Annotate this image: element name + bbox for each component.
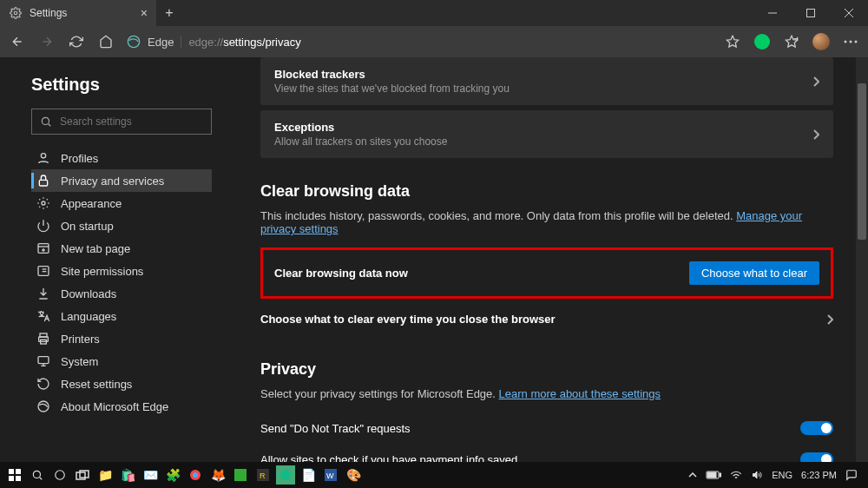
svg-text:R: R (260, 472, 266, 480)
permissions-icon (36, 264, 50, 278)
download-icon (36, 287, 50, 300)
scroll-thumb[interactable] (858, 83, 866, 240)
sidebar-item-downloads[interactable]: Downloads (31, 282, 212, 305)
minimize-button[interactable] (753, 0, 792, 26)
taskbar-edge-icon[interactable] (276, 465, 295, 485)
power-icon (36, 219, 50, 233)
settings-sidebar: Settings Profiles Privacy and services A… (0, 57, 243, 462)
wifi-icon[interactable] (730, 470, 742, 480)
svg-rect-16 (39, 180, 47, 186)
window-titlebar: Settings × + (0, 0, 868, 26)
taskbar-app-5[interactable] (186, 465, 205, 485)
svg-point-38 (33, 471, 40, 478)
favorites-list-button[interactable] (779, 30, 804, 54)
system-tray: ENG 6:23 PM (688, 469, 863, 481)
tab-title: Settings (30, 7, 67, 19)
privacy-desc: Select your privacy settings for Microso… (260, 387, 833, 400)
tray-language[interactable]: ENG (772, 470, 792, 480)
taskbar-app-1[interactable]: 📁 (95, 465, 115, 485)
sidebar-item-permissions[interactable]: Site permissions (31, 260, 212, 282)
chevron-right-icon (826, 314, 833, 325)
taskbar-app-9[interactable]: 📄 (299, 465, 318, 485)
sidebar-item-appearance[interactable]: Appearance (31, 192, 212, 214)
back-button[interactable] (5, 30, 30, 54)
svg-line-14 (49, 124, 51, 127)
settings-main: Blocked trackers View the sites that we'… (243, 57, 868, 462)
profile-button[interactable] (809, 30, 833, 54)
address-bar[interactable]: Edge edge://settings/privacy (123, 30, 715, 54)
blocked-trackers-row[interactable]: Blocked trackers View the sites that we'… (260, 57, 833, 105)
taskbar-app-3[interactable]: ✉️ (141, 465, 160, 485)
notifications-icon[interactable] (845, 469, 858, 481)
newtab-icon (36, 241, 50, 255)
home-button[interactable] (94, 30, 118, 54)
clear-data-heading: Clear browsing data (260, 182, 833, 201)
search-input[interactable] (60, 115, 204, 128)
choose-what-to-clear-button[interactable]: Choose what to clear (689, 261, 819, 285)
payment-toggle[interactable] (800, 452, 833, 462)
close-window-button[interactable] (830, 0, 868, 26)
exceptions-row[interactable]: Exceptions Allow all trackers on sites y… (260, 110, 833, 158)
browser-tab[interactable]: Settings × (0, 0, 156, 26)
svg-rect-45 (234, 469, 247, 481)
choose-on-close-row[interactable]: Choose what to clear every time you clos… (260, 302, 833, 336)
taskbar-app-6[interactable]: 🦊 (208, 465, 227, 485)
tray-chevron-icon[interactable] (688, 472, 697, 478)
taskbar-app-2[interactable]: 🛍️ (118, 465, 137, 485)
taskbar-app-4[interactable]: 🧩 (163, 465, 182, 485)
svg-point-17 (42, 201, 45, 205)
start-button[interactable] (5, 465, 24, 485)
close-tab-icon[interactable]: × (141, 6, 148, 20)
search-taskbar-icon[interactable] (28, 465, 47, 485)
clear-now-row: Clear browsing data now Choose what to c… (264, 251, 830, 295)
taskview-icon[interactable] (73, 465, 92, 485)
sidebar-item-reset[interactable]: Reset settings (31, 373, 212, 395)
cortana-icon[interactable] (50, 465, 69, 485)
highlighted-region: Clear browsing data now Choose what to c… (260, 247, 833, 299)
taskbar-app-8[interactable]: R (253, 465, 273, 485)
edge-icon (127, 35, 141, 49)
svg-rect-42 (80, 471, 89, 478)
maximize-button[interactable] (792, 0, 830, 26)
svg-rect-53 (707, 472, 716, 478)
forward-button[interactable] (35, 30, 59, 54)
windows-taskbar: 📁 🛍️ ✉️ 🧩 🦊 R 📄 W 🎨 ENG 6:23 PM (0, 462, 868, 488)
search-settings-box[interactable] (31, 109, 212, 135)
sidebar-item-about[interactable]: About Microsoft Edge (31, 395, 212, 418)
more-menu-button[interactable] (838, 30, 863, 54)
favorite-button[interactable] (720, 30, 745, 54)
sidebar-item-newtab[interactable]: New tab page (31, 237, 212, 260)
sidebar-item-printers[interactable]: Printers (31, 327, 212, 350)
battery-icon[interactable] (706, 471, 721, 479)
taskbar-app-7[interactable] (231, 465, 250, 485)
svg-rect-34 (9, 469, 14, 474)
taskbar-app-10[interactable]: W (321, 465, 340, 485)
dnt-toggle[interactable] (800, 421, 833, 435)
content-area: Settings Profiles Privacy and services A… (0, 57, 868, 462)
edge-about-icon (36, 399, 50, 413)
vertical-scrollbar[interactable] (856, 57, 868, 462)
refresh-button[interactable] (64, 30, 89, 54)
appearance-icon (36, 196, 50, 210)
search-icon (39, 115, 53, 129)
svg-rect-37 (16, 476, 21, 481)
svg-point-12 (855, 41, 858, 43)
svg-marker-54 (753, 472, 758, 478)
sidebar-item-languages[interactable]: Languages (31, 305, 212, 327)
sidebar-item-system[interactable]: System (31, 350, 212, 373)
learn-more-link[interactable]: Learn more about these settings (499, 387, 661, 400)
svg-rect-41 (76, 472, 85, 479)
svg-point-40 (56, 471, 65, 480)
sound-icon[interactable] (751, 470, 763, 480)
dnt-row: Send "Do Not Track" requests (260, 412, 833, 444)
tray-clock[interactable]: 6:23 PM (801, 470, 837, 480)
svg-rect-2 (807, 10, 815, 17)
taskbar-app-11[interactable]: 🎨 (344, 465, 363, 485)
sidebar-item-startup[interactable]: On startup (31, 214, 212, 237)
extension-icon[interactable] (750, 30, 774, 54)
sidebar-item-privacy[interactable]: Privacy and services (31, 169, 212, 192)
new-tab-button[interactable]: + (156, 5, 182, 21)
sidebar-item-profiles[interactable]: Profiles (31, 147, 212, 169)
svg-point-11 (850, 41, 852, 43)
chevron-right-icon (812, 76, 819, 87)
